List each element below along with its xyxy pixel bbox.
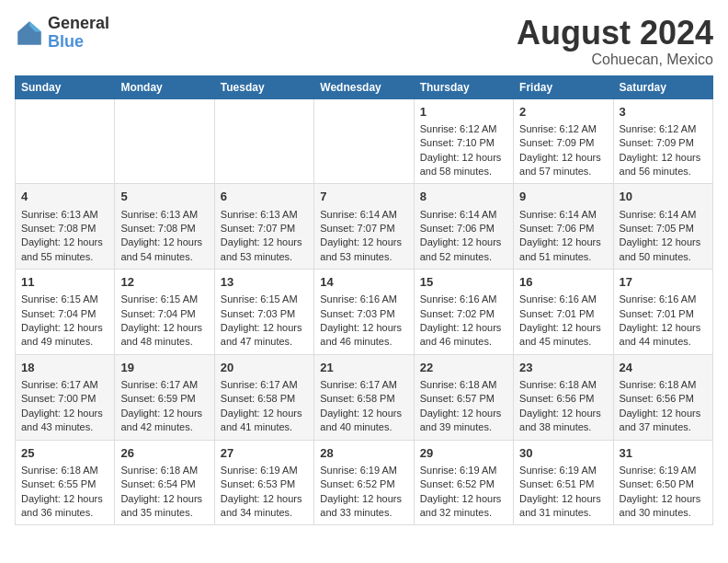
calendar-cell: 7Sunrise: 6:14 AMSunset: 7:07 PMDaylight… xyxy=(314,184,414,270)
day-number: 28 xyxy=(320,445,407,462)
day-info: and 53 minutes. xyxy=(221,250,308,264)
day-info: Sunset: 7:05 PM xyxy=(620,222,707,236)
day-info: Sunset: 6:56 PM xyxy=(519,392,607,406)
day-number: 22 xyxy=(420,360,507,376)
day-info: Sunrise: 6:16 AM xyxy=(620,293,707,306)
day-number: 19 xyxy=(120,360,208,376)
calendar-week-row: 1Sunrise: 6:12 AMSunset: 7:10 PMDaylight… xyxy=(16,98,713,184)
day-info: and 34 minutes. xyxy=(221,506,308,520)
day-info: and 51 minutes. xyxy=(519,250,607,264)
day-info: and 38 minutes. xyxy=(519,420,607,434)
day-info: Daylight: 12 hours xyxy=(320,236,407,249)
calendar-cell: 14Sunrise: 6:16 AMSunset: 7:03 PMDayligh… xyxy=(314,270,414,355)
day-info: Sunset: 6:50 PM xyxy=(620,477,707,491)
day-info: Daylight: 12 hours xyxy=(221,321,308,335)
day-info: Sunrise: 6:17 AM xyxy=(120,378,208,392)
day-info: and 48 minutes. xyxy=(120,335,208,349)
logo-line2: Blue xyxy=(48,32,84,51)
day-info: Sunset: 6:57 PM xyxy=(420,392,507,406)
day-info: Daylight: 12 hours xyxy=(420,407,507,420)
day-number: 17 xyxy=(620,274,707,291)
calendar-table: SundayMondayTuesdayWednesdayThursdayFrid… xyxy=(15,75,713,526)
day-info: Sunrise: 6:15 AM xyxy=(120,293,208,306)
day-info: Sunset: 7:03 PM xyxy=(221,307,308,321)
day-info: Sunrise: 6:13 AM xyxy=(221,208,308,222)
page-subtitle: Cohuecan, Mexico xyxy=(517,52,713,68)
calendar-week-row: 18Sunrise: 6:17 AMSunset: 7:00 PMDayligh… xyxy=(16,354,713,440)
day-info: Daylight: 12 hours xyxy=(21,492,108,506)
day-number: 29 xyxy=(420,445,507,462)
logo-line1: General xyxy=(48,15,109,33)
day-number: 11 xyxy=(21,274,108,291)
calendar-cell: 25Sunrise: 6:18 AMSunset: 6:55 PMDayligh… xyxy=(16,440,115,525)
day-info: and 40 minutes. xyxy=(320,420,407,434)
day-info: Sunrise: 6:12 AM xyxy=(420,122,507,136)
page-title: August 2024 xyxy=(517,15,713,52)
day-info: and 47 minutes. xyxy=(221,335,308,349)
day-number: 8 xyxy=(420,189,507,205)
day-number: 31 xyxy=(620,445,707,462)
day-info: Daylight: 12 hours xyxy=(120,236,208,249)
calendar-week-row: 11Sunrise: 6:15 AMSunset: 7:04 PMDayligh… xyxy=(16,270,713,355)
day-info: Sunset: 6:55 PM xyxy=(21,477,108,491)
day-number: 10 xyxy=(620,189,707,205)
day-number: 14 xyxy=(320,274,407,291)
calendar-cell xyxy=(214,98,313,184)
day-number: 18 xyxy=(21,360,108,376)
day-info: Sunrise: 6:19 AM xyxy=(320,464,407,477)
day-number: 5 xyxy=(120,189,208,205)
day-info: Sunset: 6:51 PM xyxy=(519,477,607,491)
day-number: 2 xyxy=(519,104,607,121)
day-number: 30 xyxy=(519,445,607,462)
day-info: Sunrise: 6:18 AM xyxy=(620,378,707,392)
day-info: Sunrise: 6:17 AM xyxy=(21,378,108,392)
calendar-cell: 28Sunrise: 6:19 AMSunset: 6:52 PMDayligh… xyxy=(314,440,414,525)
day-info: Daylight: 12 hours xyxy=(620,236,707,249)
day-info: Sunrise: 6:17 AM xyxy=(320,378,407,392)
day-number: 12 xyxy=(120,274,208,291)
day-info: Sunrise: 6:18 AM xyxy=(420,378,507,392)
day-info: Sunset: 7:04 PM xyxy=(120,307,208,321)
day-number: 4 xyxy=(21,189,108,205)
day-info: Daylight: 12 hours xyxy=(620,321,707,335)
day-info: Sunset: 7:06 PM xyxy=(420,222,507,236)
calendar-cell: 10Sunrise: 6:14 AMSunset: 7:05 PMDayligh… xyxy=(613,184,712,270)
day-info: Daylight: 12 hours xyxy=(519,407,607,420)
day-info: Sunrise: 6:18 AM xyxy=(21,464,108,477)
day-info: Sunrise: 6:13 AM xyxy=(21,208,108,222)
logo: General Blue xyxy=(15,15,109,52)
day-info: and 31 minutes. xyxy=(519,506,607,520)
day-info: and 30 minutes. xyxy=(620,506,707,520)
calendar-cell: 11Sunrise: 6:15 AMSunset: 7:04 PMDayligh… xyxy=(16,270,115,355)
day-info: Daylight: 12 hours xyxy=(320,321,407,335)
calendar-cell: 9Sunrise: 6:14 AMSunset: 7:06 PMDaylight… xyxy=(514,184,613,270)
day-info: Sunrise: 6:15 AM xyxy=(21,293,108,306)
day-info: Sunset: 6:54 PM xyxy=(120,477,208,491)
calendar-cell: 17Sunrise: 6:16 AMSunset: 7:01 PMDayligh… xyxy=(613,270,712,355)
calendar-cell: 3Sunrise: 6:12 AMSunset: 7:09 PMDaylight… xyxy=(613,98,712,184)
day-info: Sunrise: 6:17 AM xyxy=(221,378,308,392)
day-number: 26 xyxy=(120,445,208,462)
day-header-saturday: Saturday xyxy=(613,75,712,98)
calendar-cell xyxy=(314,98,414,184)
day-info: and 57 minutes. xyxy=(519,165,607,178)
day-info: Sunrise: 6:13 AM xyxy=(120,208,208,222)
day-info: and 52 minutes. xyxy=(420,250,507,264)
day-info: Sunset: 6:52 PM xyxy=(420,477,507,491)
day-info: Sunrise: 6:18 AM xyxy=(519,378,607,392)
day-info: and 50 minutes. xyxy=(620,250,707,264)
calendar-cell: 15Sunrise: 6:16 AMSunset: 7:02 PMDayligh… xyxy=(414,270,513,355)
day-info: Sunrise: 6:16 AM xyxy=(420,293,507,306)
day-info: and 53 minutes. xyxy=(320,250,407,264)
calendar-cell: 27Sunrise: 6:19 AMSunset: 6:53 PMDayligh… xyxy=(214,440,313,525)
day-info: Sunset: 7:09 PM xyxy=(620,136,707,150)
calendar-cell: 26Sunrise: 6:18 AMSunset: 6:54 PMDayligh… xyxy=(115,440,214,525)
calendar-cell: 8Sunrise: 6:14 AMSunset: 7:06 PMDaylight… xyxy=(414,184,513,270)
day-info: Sunset: 7:01 PM xyxy=(519,307,607,321)
day-info: Daylight: 12 hours xyxy=(620,492,707,506)
calendar-cell: 22Sunrise: 6:18 AMSunset: 6:57 PMDayligh… xyxy=(414,354,513,440)
calendar-cell: 24Sunrise: 6:18 AMSunset: 6:56 PMDayligh… xyxy=(613,354,712,440)
day-info: Daylight: 12 hours xyxy=(21,236,108,249)
day-info: Sunrise: 6:12 AM xyxy=(620,122,707,136)
calendar-cell xyxy=(115,98,214,184)
